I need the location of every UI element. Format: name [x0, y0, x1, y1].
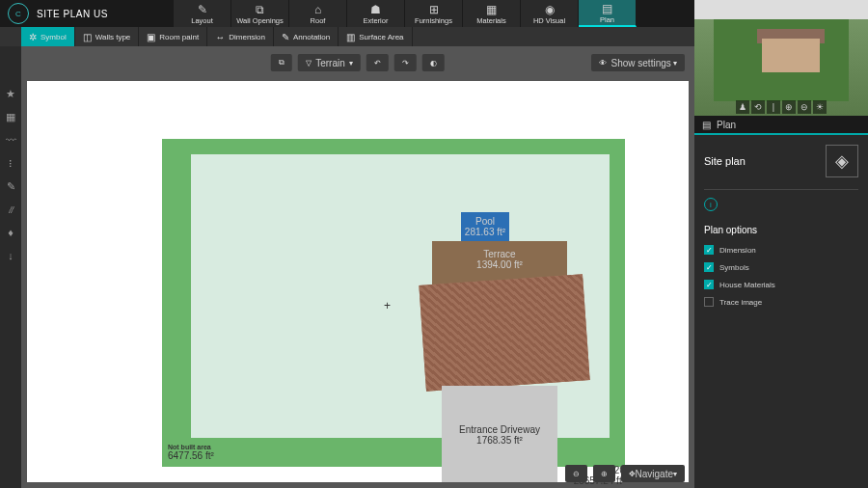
- left-tool-3[interactable]: ⫶: [4, 156, 17, 170]
- option-trace-image[interactable]: Trace image: [704, 297, 858, 307]
- info-icon[interactable]: i: [704, 198, 718, 211]
- panel-tabs: ▤ Plan: [694, 116, 868, 135]
- checkbox-icon: ✓: [704, 262, 714, 272]
- left-tool-4[interactable]: ✎: [4, 179, 17, 193]
- preview-3d[interactable]: ♟ ⟲ | ⊕ ⊖ ☀: [694, 0, 868, 116]
- layer-label: Terrain: [315, 58, 345, 68]
- ribbon-wall-openings[interactable]: ⧉Wall Openings: [231, 0, 289, 27]
- preview-zoom-out-icon[interactable]: ⊖: [798, 100, 811, 114]
- option-dimension[interactable]: ✓Dimension: [704, 245, 858, 255]
- option-symbols[interactable]: ✓Symbols: [704, 262, 858, 272]
- left-tool-0[interactable]: ★: [4, 87, 17, 100]
- layer-dropdown[interactable]: ▽ Terrain ▾: [298, 54, 361, 71]
- checkbox-icon: ✓: [704, 245, 714, 255]
- ribbon-hd-visual[interactable]: ◉HD Visual: [521, 0, 579, 27]
- pool-label: Pool: [461, 216, 509, 227]
- checkbox-icon: [704, 297, 714, 307]
- right-panel: ♟ ⟲ | ⊕ ⊖ ☀ ▤ Plan Site plan ◈ i Plan op…: [694, 0, 868, 488]
- left-tool-7[interactable]: ↓: [4, 249, 17, 262]
- ribbon-furnishings[interactable]: ⊞Furnishings: [405, 0, 463, 27]
- show-settings-label: Show settings: [611, 58, 671, 68]
- pool-area[interactable]: Pool 281.63 ft²: [461, 212, 509, 241]
- redo-button[interactable]: ↷: [394, 54, 417, 71]
- ribbon-plan[interactable]: ▤Plan: [579, 0, 637, 27]
- panel-title: Site plan: [704, 155, 746, 167]
- undo-button[interactable]: ↶: [366, 54, 389, 71]
- option-house-materials[interactable]: ✓House Materials: [704, 280, 858, 289]
- panel-body: Site plan ◈ i Plan options ✓Dimension✓Sy…: [694, 135, 868, 488]
- left-tool-6[interactable]: ♦: [4, 226, 17, 239]
- snap-toggle[interactable]: ⧉: [271, 54, 292, 71]
- roof-icon: ⌂: [314, 3, 321, 14]
- subtool-surface-area[interactable]: ▥Surface Area: [339, 27, 412, 46]
- driveway-value: 1768.35 ft²: [442, 435, 557, 446]
- canvas-bottom-controls: ⊖ ⊕ ✥ Navigate ▾: [565, 465, 685, 482]
- plan-icon: ▤: [602, 2, 612, 14]
- ribbon-materials[interactable]: ▦Materials: [463, 0, 521, 27]
- preview-zoom-in-icon[interactable]: ⊕: [782, 100, 796, 114]
- exterior-icon: ☗: [370, 3, 381, 14]
- left-tool-2[interactable]: 〰: [4, 133, 17, 147]
- pool-value: 281.63 ft²: [461, 227, 509, 237]
- driveway-area[interactable]: Entrance Driveway 1768.35 ft²: [442, 386, 557, 482]
- navigate-label: Navigate: [636, 469, 673, 479]
- buildable-area[interactable]: Pool 281.63 ft² Terrace 1394.00 ft² Entr…: [191, 154, 610, 438]
- preview-person-icon[interactable]: ♟: [736, 100, 749, 114]
- symbol-icon: ✲: [29, 32, 37, 42]
- wall openings-icon: ⧉: [256, 3, 264, 14]
- ribbon-layout[interactable]: ✎Layout: [174, 0, 231, 27]
- left-tool-5[interactable]: ⫽: [4, 203, 17, 216]
- driveway-label: Entrance Driveway: [442, 424, 557, 435]
- navigate-dropdown[interactable]: ✥ Navigate ▾: [621, 465, 685, 482]
- materials-icon: ▦: [486, 3, 497, 14]
- terrace-label: Terrace: [432, 249, 567, 259]
- zoom-out-button[interactable]: ⊖: [565, 465, 587, 482]
- dimension-icon: ↔: [215, 32, 225, 42]
- zoom-in-button[interactable]: ⊕: [593, 465, 615, 482]
- options-heading: Plan options: [704, 225, 858, 235]
- hd visual-icon: ◉: [545, 3, 555, 14]
- subtool-annotation[interactable]: ✎Annotation: [274, 27, 339, 46]
- preview-divider: |: [767, 100, 780, 114]
- canvas-top-controls: ⧉ ▽ Terrain ▾ ↶ ↷ ◐: [271, 54, 445, 71]
- terrace-value: 1394.00 ft²: [432, 259, 567, 270]
- ribbon-exterior[interactable]: ☗Exterior: [347, 0, 405, 27]
- subtool-symbol[interactable]: ✲Symbol: [21, 27, 75, 46]
- app-logo: C: [8, 3, 29, 24]
- show-settings-button[interactable]: 👁 Show settings ▾: [591, 54, 685, 71]
- main-ribbon: ✎Layout⧉Wall Openings⌂Roof☗Exterior⊞Furn…: [174, 0, 637, 27]
- sub-toolbar: ✲Symbol◫Walls type▣Room paint↔Dimension✎…: [0, 27, 694, 46]
- annotation-icon: ✎: [282, 32, 289, 42]
- checkbox-icon: ✓: [704, 280, 714, 289]
- preview-orbit-icon[interactable]: ⟲: [751, 100, 765, 114]
- lot-area[interactable]: Pool 281.63 ft² Terrace 1394.00 ft² Entr…: [162, 139, 625, 467]
- not-built-label: Not built area 6477.56 ft²: [168, 444, 214, 461]
- plan-paper[interactable]: Pool 281.63 ft² Terrace 1394.00 ft² Entr…: [27, 81, 689, 482]
- subtool-dimension[interactable]: ↔Dimension: [207, 27, 274, 46]
- preview-tools: ♟ ⟲ | ⊕ ⊖ ☀: [736, 100, 827, 114]
- center-marker: +: [384, 299, 391, 312]
- walls type-icon: ◫: [83, 32, 92, 42]
- preview-sun-icon[interactable]: ☀: [813, 100, 827, 114]
- project-title: SITE PLAN US: [37, 9, 108, 19]
- subtool-room-paint[interactable]: ▣Room paint: [139, 27, 207, 46]
- layout-icon: ✎: [198, 3, 207, 14]
- plan-tab-label[interactable]: Plan: [717, 120, 736, 130]
- house-roof[interactable]: [419, 274, 589, 392]
- left-tool-strip: ★▦〰⫶✎⫽♦↓: [0, 81, 21, 488]
- left-tool-1[interactable]: ▦: [4, 110, 17, 123]
- plan-tab-icon[interactable]: ▤: [702, 120, 711, 130]
- subtool-walls-type[interactable]: ◫Walls type: [75, 27, 140, 46]
- canvas-area: ⧉ ▽ Terrain ▾ ↶ ↷ ◐ 👁 Show settings ▾ Po…: [21, 46, 694, 488]
- surface area-icon: ▥: [346, 32, 355, 42]
- ribbon-roof[interactable]: ⌂Roof: [289, 0, 347, 27]
- siteplan-icon[interactable]: ◈: [826, 145, 858, 177]
- room paint-icon: ▣: [147, 32, 155, 42]
- furnishings-icon: ⊞: [429, 3, 439, 14]
- contrast-button[interactable]: ◐: [422, 54, 445, 71]
